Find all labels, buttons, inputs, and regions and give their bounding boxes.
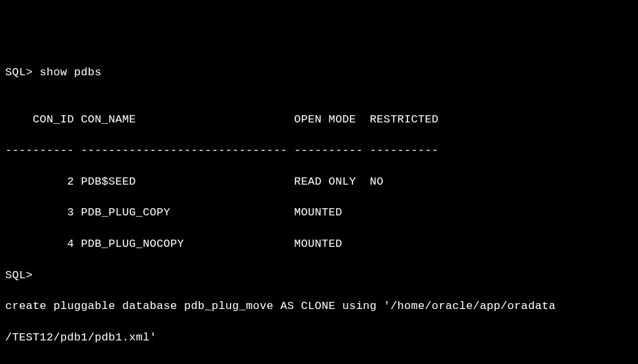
- create-statement: create pluggable database pdb_plug_move …: [5, 299, 633, 314]
- sql-prompt: SQL>: [5, 268, 633, 283]
- move-clause: MOVE: [5, 361, 633, 364]
- create-statement-cont: /TEST12/pdb1/pdb1.xml': [5, 330, 633, 346]
- table-row: 3 PDB_PLUG_COPY MOUNTED: [5, 205, 633, 221]
- table-separator: ---------- -----------------------------…: [5, 143, 633, 158]
- prompt-show-pdbs: SQL> show pdbs: [5, 65, 633, 81]
- table-header: CON_ID CON_NAME OPEN MODE RESTRICTED: [5, 112, 633, 128]
- table-row: 2 PDB$SEED READ ONLY NO: [5, 174, 633, 190]
- table-row: 4 PDB_PLUG_NOCOPY MOUNTED: [5, 236, 633, 252]
